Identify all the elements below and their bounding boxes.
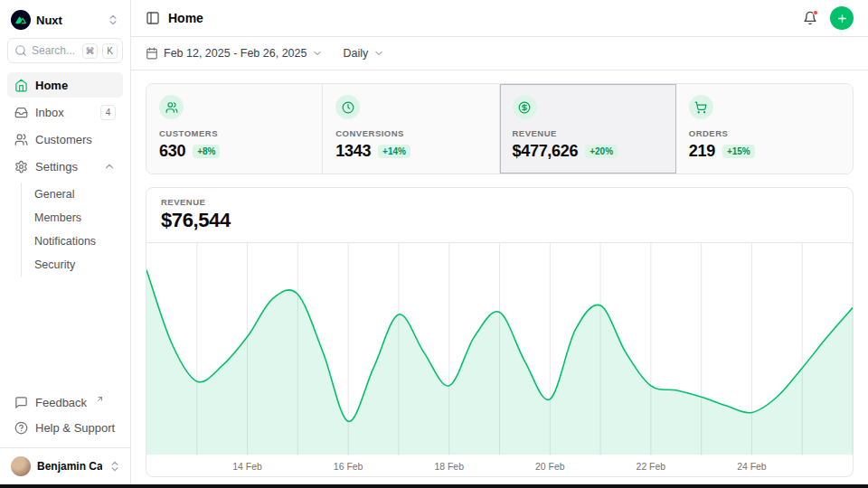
sidebar: Nuxt Search... ⌘ K Home Inbox 4 Customer… — [0, 0, 131, 488]
add-button[interactable] — [830, 6, 854, 30]
sidebar-item-inbox[interactable]: Inbox 4 — [7, 99, 123, 125]
sidebar-item-label: Settings — [35, 160, 78, 174]
main-panel: Home Feb 12, 2025 - Feb 26, 2025 Daily — [131, 0, 868, 488]
sidebar-item-home[interactable]: Home — [7, 72, 123, 98]
svg-text:18 Feb: 18 Feb — [434, 462, 464, 472]
svg-text:22 Feb: 22 Feb — [637, 462, 666, 472]
date-range-picker[interactable]: Feb 12, 2025 - Feb 26, 2025 — [146, 47, 323, 60]
stat-label: ORDERS — [689, 128, 840, 138]
sub-item-label: Security — [34, 258, 75, 271]
chart-metric-value: $76,544 — [161, 209, 838, 232]
window-bottom-edge — [0, 484, 868, 488]
stat-label: CONVERSIONS — [335, 128, 486, 138]
inbox-icon — [14, 106, 28, 119]
date-range-label: Feb 12, 2025 - Feb 26, 2025 — [164, 47, 307, 60]
users-icon — [159, 95, 184, 119]
dollar-icon — [513, 95, 537, 119]
search-placeholder: Search... — [32, 44, 78, 57]
sidebar-item-members[interactable]: Members — [27, 206, 123, 230]
stat-value: 1343 — [335, 142, 371, 161]
chevron-up-down-icon — [107, 14, 119, 26]
settings-submenu: General Members Notifications Security — [21, 183, 123, 277]
stat-card-revenue[interactable]: REVENUE $477,626 +20% — [500, 84, 676, 174]
stat-delta-badge: +8% — [193, 145, 220, 158]
workspace-name: Nuxt — [36, 14, 101, 27]
sub-item-label: Notifications — [34, 235, 96, 248]
notification-dot — [813, 10, 818, 15]
gear-icon — [14, 160, 28, 174]
sidebar-item-label: Help & Support — [35, 421, 115, 435]
sidebar-item-settings[interactable]: Settings — [7, 154, 123, 179]
granularity-select[interactable]: Daily — [343, 47, 384, 60]
sidebar-item-security[interactable]: Security — [27, 253, 123, 277]
revenue-chart-card: REVENUE $76,544 14 Feb16 Feb18 Feb20 Feb… — [146, 187, 854, 477]
kbd-k: K — [102, 43, 118, 59]
notifications-button[interactable] — [803, 11, 817, 25]
sidebar-item-customers[interactable]: Customers — [7, 127, 123, 152]
home-icon — [14, 79, 28, 92]
stat-card-orders[interactable]: ORDERS 219 +15% — [676, 84, 853, 174]
avatar — [11, 456, 31, 476]
sidebar-item-label: Feedback — [35, 396, 87, 409]
sidebar-item-help-support[interactable]: Help & Support — [7, 415, 123, 440]
cart-icon — [689, 95, 713, 119]
users-icon — [14, 133, 28, 146]
sidebar-item-label: Inbox — [35, 106, 64, 119]
help-circle-icon — [14, 421, 28, 435]
user-name: Benjamin Canac — [37, 460, 102, 473]
chart-metric-label: REVENUE — [161, 197, 838, 207]
search-input[interactable]: Search... ⌘ K — [7, 38, 123, 63]
chevron-down-icon — [312, 48, 323, 59]
calendar-icon — [146, 47, 158, 60]
revenue-chart-svg: 14 Feb16 Feb18 Feb20 Feb22 Feb24 Feb — [146, 243, 853, 476]
stat-delta-badge: +14% — [378, 145, 410, 158]
svg-text:14 Feb: 14 Feb — [232, 462, 262, 472]
chevron-up-icon — [103, 160, 116, 173]
header-actions — [803, 6, 854, 30]
sidebar-toggle-icon[interactable] — [146, 11, 160, 25]
clock-icon — [335, 95, 360, 119]
svg-text:20 Feb: 20 Feb — [535, 462, 565, 472]
message-icon — [14, 396, 28, 409]
svg-text:16 Feb: 16 Feb — [334, 462, 363, 472]
stat-label: CUSTOMERS — [159, 128, 309, 138]
workspace-switcher[interactable]: Nuxt — [7, 7, 123, 33]
sidebar-item-feedback[interactable]: Feedback — [7, 389, 123, 415]
search-icon — [14, 44, 27, 57]
stat-card-customers[interactable]: CUSTOMERS 630 +8% — [146, 84, 323, 174]
plus-icon — [836, 13, 848, 24]
kbd-cmd: ⌘ — [82, 43, 98, 59]
stat-delta-badge: +15% — [722, 145, 755, 158]
sidebar-item-label: Home — [35, 79, 68, 92]
sidebar-item-general[interactable]: General — [27, 183, 123, 206]
stat-value: $477,626 — [513, 142, 579, 161]
sub-item-label: Members — [34, 211, 81, 224]
chevron-up-down-icon — [108, 460, 121, 473]
revenue-chart-area: 14 Feb16 Feb18 Feb20 Feb22 Feb24 Feb — [146, 243, 853, 476]
stat-label: REVENUE — [513, 128, 663, 138]
nuxt-logo-icon — [11, 10, 31, 30]
external-link-icon — [96, 395, 104, 403]
granularity-label: Daily — [343, 47, 368, 60]
chevron-down-icon — [373, 48, 384, 59]
stats-grid: CUSTOMERS 630 +8% CONVERSIONS 1343 +14% — [146, 83, 854, 174]
sidebar-item-notifications[interactable]: Notifications — [27, 230, 123, 253]
stat-delta-badge: +20% — [585, 145, 618, 158]
filters-toolbar: Feb 12, 2025 - Feb 26, 2025 Daily — [131, 37, 868, 70]
stat-card-conversions[interactable]: CONVERSIONS 1343 +14% — [323, 84, 499, 174]
sidebar-item-label: Customers — [35, 133, 92, 146]
dashboard-content: CUSTOMERS 630 +8% CONVERSIONS 1343 +14% — [131, 70, 868, 488]
page-header: Home — [131, 0, 868, 37]
sub-item-label: General — [34, 188, 74, 201]
stat-value: 219 — [689, 142, 715, 161]
sidebar-spacer — [7, 278, 123, 389]
stat-value: 630 — [159, 142, 185, 161]
inbox-count-badge: 4 — [100, 105, 116, 120]
page-title: Home — [168, 11, 203, 25]
user-menu[interactable]: Benjamin Canac — [0, 447, 130, 481]
svg-text:24 Feb: 24 Feb — [737, 462, 767, 472]
sidebar-nav: Home Inbox 4 Customers Settings General … — [7, 72, 123, 278]
revenue-chart-header: REVENUE $76,544 — [146, 188, 853, 243]
app-root: Nuxt Search... ⌘ K Home Inbox 4 Customer… — [0, 0, 868, 488]
